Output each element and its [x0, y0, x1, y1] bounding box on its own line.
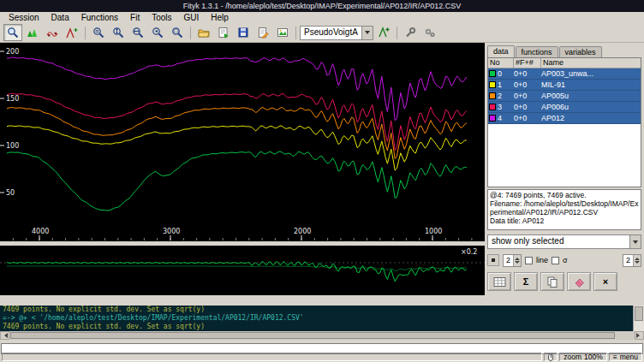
- console-scrollbar[interactable]: [633, 306, 644, 331]
- toolbar-separator: [85, 27, 86, 39]
- output-console: 7469 points. No explicit std. dev. Set a…: [0, 306, 644, 331]
- zoom-all-icon: [92, 27, 104, 39]
- menu-label: menu: [620, 353, 638, 361]
- add-peak-mode-button[interactable]: [63, 24, 81, 41]
- line-checkbox[interactable]: [525, 257, 533, 264]
- horizontal-scrollbar[interactable]: [0, 331, 644, 340]
- copy-data-button[interactable]: [540, 272, 564, 291]
- scroll-left-icon[interactable]: [0, 331, 9, 340]
- zoom-horizontal-button[interactable]: [128, 24, 147, 41]
- dataset-func-count: 0+0: [514, 103, 541, 111]
- menu-session[interactable]: Session: [3, 12, 45, 23]
- menu-tools[interactable]: Tools: [146, 12, 177, 23]
- spinner-arrows[interactable]: [633, 255, 641, 266]
- show-filter-value: show only selected: [488, 235, 629, 248]
- tab-data[interactable]: data: [487, 45, 515, 57]
- dataset-number: 3: [498, 103, 502, 111]
- toolbar-separator: [190, 27, 191, 39]
- point-size-spinner[interactable]: 2: [503, 254, 522, 267]
- baseline-mode-button[interactable]: [43, 24, 62, 41]
- column-header-no: No: [488, 58, 514, 68]
- dataset-func-count: 0+0: [514, 69, 541, 78]
- zoom-mode-button[interactable]: [3, 24, 22, 41]
- delete-data-button[interactable]: ×: [593, 272, 617, 291]
- dataset-func-count: 0+0: [514, 92, 541, 100]
- dataset-name: AP003_unwa...: [541, 69, 641, 78]
- console-line: 7469 points. No explicit std. dev. Set a…: [3, 306, 633, 314]
- dataset-row-0[interactable]: 0 0+0 AP003_unwa...: [488, 68, 641, 80]
- aux-plot[interactable]: ×0.2: [0, 246, 485, 295]
- chevron-down-icon[interactable]: [629, 235, 641, 248]
- dataset-list[interactable]: No #F+# Name 0 0+0 AP003_unwa... 1 0+0 M…: [487, 57, 641, 187]
- window-titlebar[interactable]: Fityk 1.3.1 - /home/aleplo/test/Desktop/…: [0, 0, 644, 12]
- export-image-button[interactable]: [273, 24, 292, 41]
- menu-gui[interactable]: GUI: [178, 12, 206, 23]
- fit-wrench-button[interactable]: [401, 24, 420, 41]
- zoom-previous-icon: [152, 27, 164, 39]
- erase-data-button[interactable]: [567, 272, 591, 291]
- chevron-down-icon[interactable]: [361, 27, 373, 39]
- wrench-icon: [404, 27, 416, 39]
- dataset-list-header: No #F+# Name: [488, 58, 641, 68]
- menu-help[interactable]: Help: [205, 12, 235, 23]
- export-data-icon: [257, 27, 269, 39]
- scrollbar-thumb[interactable]: [635, 306, 643, 321]
- menu-fit[interactable]: Fit: [124, 12, 146, 23]
- transform-data-button[interactable]: Σ: [514, 272, 538, 291]
- zoom-vertical-button[interactable]: [109, 24, 128, 41]
- dataset-row-2[interactable]: 2 0+0 AP005u: [488, 91, 641, 102]
- dataset-info: @4: 7469 points, 7469 active. Filename: …: [487, 189, 641, 230]
- console-line: 7469 points. No explicit std. dev. Set a…: [3, 323, 633, 331]
- export-data-button[interactable]: [253, 24, 272, 41]
- edit-data-button[interactable]: [487, 272, 511, 291]
- zoom-indicator[interactable]: zoom 100%: [559, 353, 607, 361]
- data-range-mode-icon: [27, 27, 39, 39]
- dataset-row-3[interactable]: 3 0+0 AP006u: [488, 102, 641, 113]
- execute-script-icon: [218, 27, 230, 39]
- point-style-button[interactable]: [487, 254, 499, 266]
- save-session-button[interactable]: [234, 24, 253, 41]
- dataset-row-1[interactable]: 1 0+0 MIL-91: [488, 80, 641, 91]
- gears-icon: [424, 27, 436, 39]
- execute-script-button[interactable]: [214, 24, 233, 41]
- tab-variables[interactable]: variables: [559, 46, 602, 57]
- fit-gears-button[interactable]: [420, 24, 439, 41]
- zoom-select-button[interactable]: [168, 24, 187, 41]
- sigma-checkbox[interactable]: [552, 257, 559, 264]
- main-plot[interactable]: 200150100504000300020001000: [0, 43, 485, 241]
- menu-functions[interactable]: Functions: [75, 12, 124, 23]
- hamburger-icon: ≡: [613, 353, 617, 361]
- scroll-right-icon[interactable]: [635, 331, 644, 340]
- mouse-icon: [548, 353, 553, 361]
- tab-functions[interactable]: functions: [516, 46, 558, 57]
- export-image-icon: [277, 27, 289, 39]
- open-file-button[interactable]: [194, 24, 213, 41]
- zoom-previous-button[interactable]: [148, 24, 167, 41]
- dataset-color-swatch: [489, 81, 496, 88]
- data-range-mode-button[interactable]: [23, 24, 42, 41]
- zoom-all-button[interactable]: [89, 24, 108, 41]
- dataset-row-4[interactable]: 4 0+0 AP012: [488, 113, 641, 124]
- status-message: [2, 353, 542, 361]
- spinner-arrows[interactable]: [513, 255, 521, 266]
- auto-add-peak-button[interactable]: [374, 24, 393, 41]
- show-filter-dropdown[interactable]: show only selected: [487, 234, 641, 249]
- svg-text:1000: 1000: [425, 228, 442, 235]
- command-row: [0, 340, 644, 352]
- toolbar-separator: [295, 27, 296, 39]
- scrollbar-thumb[interactable]: [10, 332, 615, 339]
- aux-plot-svg: ×0.2: [0, 246, 485, 295]
- svg-text:100: 100: [6, 142, 19, 150]
- save-session-icon: [237, 27, 249, 39]
- auto-add-peak-icon: [378, 27, 390, 39]
- window-title: Fityk 1.3.1 - /home/aleplo/test/Desktop/…: [183, 2, 462, 10]
- status-menu-button[interactable]: ≡ menu: [609, 353, 642, 361]
- zoom-select-icon: [171, 27, 183, 39]
- point-icon: [492, 258, 495, 262]
- aux-scale-spinner[interactable]: 2: [623, 254, 641, 267]
- menu-data[interactable]: Data: [45, 12, 75, 23]
- dataset-color-swatch: [489, 115, 496, 122]
- zoom-label: zoom: [564, 353, 581, 361]
- mouse-hint: [544, 353, 558, 361]
- function-type-dropdown[interactable]: PseudoVoigtA: [300, 26, 373, 40]
